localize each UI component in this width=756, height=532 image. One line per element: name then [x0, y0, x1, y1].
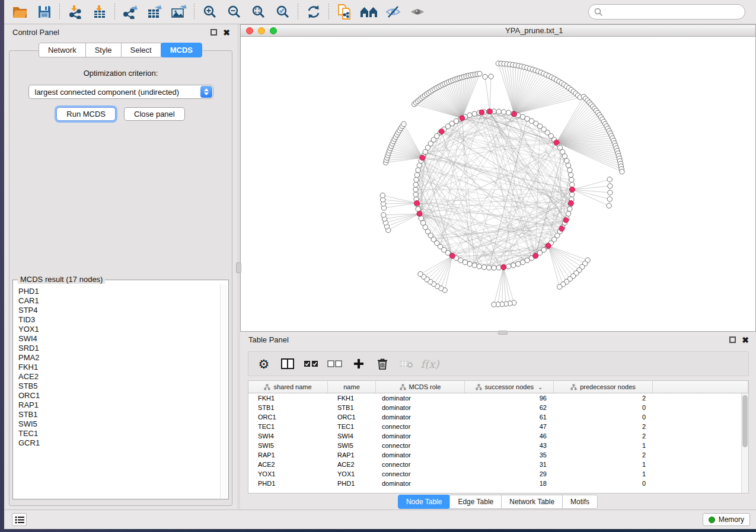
horizontal-splitter-grip[interactable] — [498, 331, 508, 335]
mcds-result-item[interactable]: FKH1 — [18, 363, 220, 372]
maximize-window-icon[interactable] — [270, 27, 277, 34]
tab-style[interactable]: Style — [85, 43, 122, 57]
table-scrollbar[interactable] — [741, 393, 748, 493]
table-row[interactable]: ORC1ORC1dominator610 — [248, 412, 748, 422]
export-table-button[interactable] — [142, 2, 167, 22]
hide-selected-button[interactable] — [381, 2, 405, 22]
deselect-all-icon — [327, 360, 343, 367]
table-options-button[interactable]: ⚙ — [253, 354, 275, 373]
delete-column-button[interactable] — [372, 354, 393, 373]
mcds-result-item[interactable]: ACE2 — [18, 372, 220, 382]
float-table-panel-icon[interactable] — [729, 336, 736, 343]
mcds-result-item[interactable]: TEC1 — [18, 429, 220, 438]
close-table-panel-icon[interactable]: ✖ — [742, 336, 749, 344]
float-panel-icon[interactable] — [210, 29, 217, 36]
table-row[interactable]: FKH1FKH1dominator962 — [248, 393, 748, 403]
open-session-button[interactable] — [8, 2, 32, 22]
select-all-columns-button[interactable] — [301, 354, 322, 373]
first-neighbors-button[interactable] — [356, 2, 381, 22]
close-panel-icon[interactable]: ✖ — [223, 28, 230, 37]
cell-successor-nodes: 31 — [465, 461, 554, 468]
mcds-result-item[interactable]: STB1 — [18, 410, 220, 419]
cell-predecessor-nodes: 1 — [554, 470, 653, 477]
mcds-result-item[interactable]: ORC1 — [18, 391, 220, 400]
table-scrollbar-thumb[interactable] — [742, 395, 748, 447]
export-network-button[interactable] — [118, 2, 142, 22]
table-row[interactable]: RAP1RAP1dominator352 — [248, 450, 748, 460]
close-panel-button[interactable]: Close panel — [124, 107, 185, 121]
mcds-result-item[interactable]: YOX1 — [18, 325, 220, 334]
table-row[interactable]: YOX1YOX1connector291 — [248, 469, 748, 479]
mcds-result-item[interactable]: RAP1 — [18, 400, 220, 410]
mcds-result-item[interactable]: CAR1 — [18, 296, 220, 306]
import-table-button[interactable] — [87, 2, 111, 22]
zoom-out-button[interactable] — [222, 2, 246, 22]
zoom-in-button[interactable] — [197, 2, 222, 22]
tab-network[interactable]: Network — [39, 43, 86, 57]
toolbar-separator — [194, 4, 194, 20]
cell-name: ORC1 — [328, 414, 376, 421]
network-canvas[interactable] — [241, 37, 755, 331]
network-window-titlebar: YPA_prune.txt_1 — [241, 25, 755, 37]
column-header-shared-name[interactable]: shared name — [248, 381, 328, 393]
save-icon — [38, 5, 51, 18]
minimize-window-icon[interactable] — [258, 27, 265, 34]
zoom-fit-icon — [251, 5, 266, 19]
deselect-all-columns-button[interactable] — [324, 354, 346, 373]
splitter-grip[interactable] — [236, 262, 241, 273]
mcds-result-item[interactable]: TID3 — [18, 315, 220, 325]
function-builder-button[interactable]: f(x) — [419, 354, 441, 373]
clone-network-button[interactable] — [332, 2, 356, 22]
mcds-result-item[interactable]: GCR1 — [18, 438, 220, 448]
apply-style-button[interactable] — [301, 2, 326, 22]
cell-successor-nodes: 46 — [465, 432, 554, 440]
cell-shared-name: YOX1 — [248, 470, 328, 477]
table-row[interactable]: TEC1TEC1connector472 — [248, 422, 748, 431]
search-input[interactable] — [603, 8, 739, 17]
mcds-result-item[interactable]: PMA2 — [18, 353, 220, 363]
tab-mcds[interactable]: MCDS — [161, 43, 202, 57]
tab-node-table[interactable]: Node Table — [398, 495, 451, 509]
import-network-button[interactable] — [63, 2, 87, 22]
table-row[interactable]: SWI5SWI5connector431 — [248, 441, 748, 450]
tab-select[interactable]: Select — [121, 43, 161, 57]
mcds-result-item[interactable]: SWI5 — [18, 419, 220, 429]
tab-motifs[interactable]: Motifs — [562, 495, 598, 509]
criterion-select[interactable]: largest connected component (undirected) — [28, 85, 213, 99]
table-row[interactable]: SWI4SWI4dominator462 — [248, 431, 748, 441]
show-all-button[interactable] — [405, 2, 429, 22]
control-panel-title: Control Panel — [12, 28, 59, 37]
create-column-button[interactable] — [348, 354, 369, 373]
tab-network-table[interactable]: Network Table — [501, 495, 563, 509]
close-window-icon[interactable] — [246, 27, 253, 34]
column-header-name[interactable]: name — [328, 381, 376, 393]
export-image-button[interactable] — [167, 2, 191, 22]
mcds-result-item[interactable]: STB5 — [18, 382, 220, 391]
save-session-button[interactable] — [32, 2, 56, 22]
table-row[interactable]: ACE2ACE2connector311 — [248, 460, 748, 469]
cell-predecessor-nodes: 2 — [554, 451, 653, 459]
table-row[interactable]: STB1STB1dominator620 — [248, 403, 748, 412]
column-header-predecessor-nodes[interactable]: predecessor nodes — [554, 381, 653, 393]
control-panel: Control Panel ✖ NetworkStyleSelectMCDS O… — [4, 24, 237, 509]
delete-table-button[interactable] — [395, 354, 417, 373]
mcds-result-item[interactable]: PHD1 — [18, 287, 220, 296]
zoom-fit-button[interactable] — [246, 2, 270, 22]
cell-shared-name: RAP1 — [248, 451, 328, 459]
task-history-button[interactable] — [12, 513, 27, 526]
cell-predecessor-nodes: 2 — [554, 395, 653, 402]
show-columns-button[interactable] — [277, 354, 298, 373]
result-list-scrollbar[interactable] — [220, 284, 228, 498]
mcds-result-item[interactable]: SWI4 — [18, 334, 220, 344]
column-header-successor-nodes[interactable]: successor nodes⌄ — [465, 381, 554, 393]
cell-MCDS-role: connector — [376, 442, 465, 449]
column-header-MCDS-role[interactable]: MCDS role — [376, 381, 465, 393]
memory-button[interactable]: Memory — [703, 513, 750, 526]
node-table: shared namenameMCDS rolesuccessor nodes⌄… — [248, 380, 749, 493]
mcds-result-item[interactable]: STP4 — [18, 306, 220, 315]
tab-edge-table[interactable]: Edge Table — [449, 495, 502, 509]
zoom-selected-button[interactable] — [270, 2, 295, 22]
mcds-result-item[interactable]: SRD1 — [18, 344, 220, 353]
table-row[interactable]: PHD1PHD1dominator180 — [248, 479, 748, 488]
run-mcds-button[interactable]: Run MCDS — [56, 107, 116, 121]
